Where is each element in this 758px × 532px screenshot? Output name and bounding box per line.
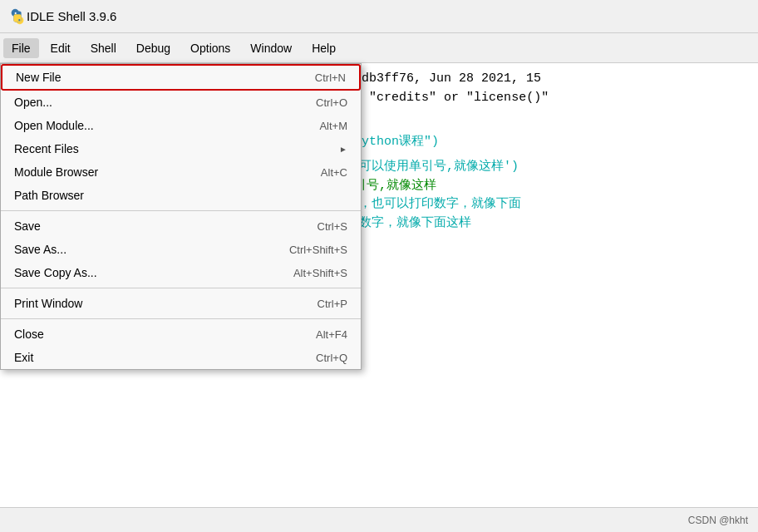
menu-open-module[interactable]: Open Module... Alt+M [1,114,361,137]
file-menu-dropdown: New File Ctrl+N Open... Ctrl+O Open Modu… [0,63,362,370]
menu-close[interactable]: Close Alt+F4 [1,323,361,346]
window-title: IDLE Shell 3.9.6 [27,9,116,23]
svg-rect-3 [13,14,21,22]
shell-text-4b: python课程") [354,135,439,149]
menu-open[interactable]: Open... Ctrl+O [1,91,361,114]
path-browser-label: Path Browser [14,189,84,202]
save-copy-as-shortcut: Alt+Shift+S [293,267,347,279]
save-as-shortcut: Ctrl+Shift+S [289,244,347,256]
menu-recent-files[interactable]: Recent Files ► [1,137,361,160]
recent-files-label: Recent Files [14,142,79,155]
shell-text-2b: credits [377,91,429,105]
shell-text-2c: " or "license() [429,91,541,105]
open-module-label: Open Module... [14,119,94,132]
save-label: Save [14,219,41,233]
menu-edit[interactable]: Edit [42,38,79,58]
exit-shortcut: Ctrl+Q [316,352,347,364]
menu-save-as[interactable]: Save As... Ctrl+Shift+S [1,238,361,261]
shell-text-2d: " [541,91,549,105]
menu-exit[interactable]: Exit Ctrl+Q [1,346,361,369]
separator-2 [1,288,361,288]
module-browser-label: Module Browser [14,165,98,179]
shell-text-8: 印数字，就像下面这样 [347,216,471,230]
menu-save[interactable]: Save Ctrl+S [1,214,361,238]
close-shortcut: Alt+F4 [316,328,347,341]
shell-text-1: 6:db3ff76, Jun 28 2021, 15 [347,71,541,86]
print-window-shortcut: Ctrl+P [317,298,347,310]
menu-options[interactable]: Options [182,38,239,58]
separator-1 [1,210,361,211]
module-browser-shortcut: Alt+C [321,166,347,179]
shell-text-5: 也可以使用单引号,就像这样') [347,160,519,174]
menu-save-copy-as[interactable]: Save Copy As... Alt+Shift+S [1,261,361,284]
shell-text-7: 串，也可以打印数字，就像下面 [347,197,521,211]
menu-debug[interactable]: Debug [128,38,179,58]
open-shortcut: Ctrl+O [316,96,347,109]
menu-path-browser[interactable]: Path Browser [1,184,361,207]
open-module-shortcut: Alt+M [319,120,347,132]
separator-3 [1,318,361,319]
status-text: CSDN @hkht [688,515,748,526]
title-bar: IDLE Shell 3.9.6 [0,0,758,33]
python-icon [8,7,27,26]
svg-point-5 [18,19,20,21]
menu-print-window[interactable]: Print Window Ctrl+P [1,292,361,315]
menu-new-file[interactable]: New File Ctrl+N [1,64,361,91]
menu-shell[interactable]: Shell [82,38,125,58]
save-as-label: Save As... [14,243,66,256]
menu-window[interactable]: Window [242,38,300,58]
new-file-label: New File [16,71,61,84]
menu-file[interactable]: File [3,38,39,58]
close-label: Close [14,328,44,341]
menu-help[interactable]: Help [303,38,344,58]
new-file-shortcut: Ctrl+N [315,71,346,84]
menu-bar: File Edit Shell Debug Options Window Hel… [0,33,758,63]
submenu-arrow-icon: ► [339,145,347,154]
save-shortcut: Ctrl+S [317,220,347,233]
menu-module-browser[interactable]: Module Browser Alt+C [1,160,361,184]
open-label: Open... [14,96,52,109]
print-window-label: Print Window [14,297,82,310]
exit-label: Exit [14,351,33,364]
save-copy-as-label: Save Copy As... [14,266,97,279]
status-bar: CSDN @hkht [0,507,758,532]
svg-point-4 [15,12,17,13]
